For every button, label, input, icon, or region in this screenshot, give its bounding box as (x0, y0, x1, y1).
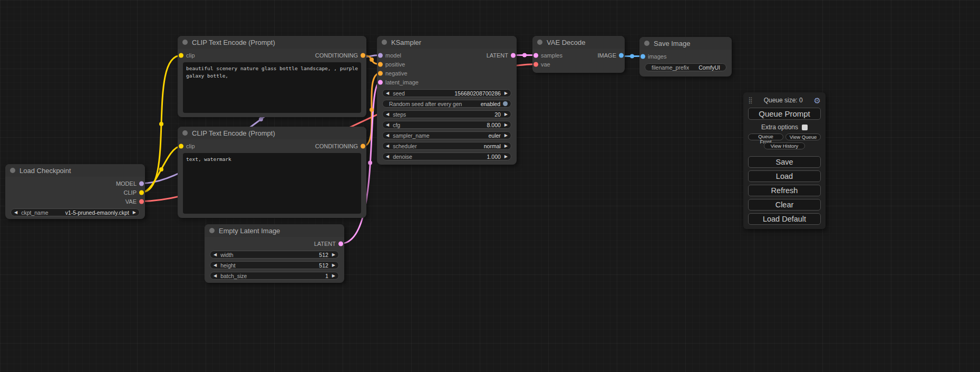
node-title: CLIP Text Encode (Prompt) (192, 39, 275, 46)
collapse-dot-icon[interactable] (537, 40, 542, 45)
widget-seed[interactable]: ◀ seed 156680208700286 ▶ (382, 89, 511, 97)
increment-arrow-icon[interactable]: ▶ (332, 274, 335, 278)
settings-gear-icon[interactable]: ⚙ (814, 97, 821, 104)
node-clip-text-encode-negative[interactable]: CLIP Text Encode (Prompt) clip CONDITION… (178, 127, 366, 218)
decrement-arrow-icon[interactable]: ◀ (386, 133, 389, 138)
vae-input-port-dot[interactable] (533, 62, 538, 66)
latent-output-port-dot[interactable] (338, 241, 343, 246)
increment-arrow-icon[interactable]: ▶ (504, 155, 508, 159)
collapse-dot-icon[interactable] (382, 40, 387, 45)
drag-handle-icon[interactable]: ⣿ (748, 97, 753, 104)
widget-steps[interactable]: ◀ steps 20 ▶ (382, 110, 511, 118)
load-button[interactable]: Load (748, 170, 821, 182)
toggle-indicator-icon[interactable] (503, 101, 508, 106)
node-title-bar[interactable]: Empty Latent Image (205, 224, 344, 237)
view-history-button[interactable]: View History (764, 142, 806, 149)
link-midpoint-model[interactable] (259, 117, 263, 121)
decrement-arrow-icon[interactable]: ◀ (386, 123, 389, 127)
queue-prompt-button[interactable]: Queue Prompt (748, 108, 821, 120)
node-clip-text-encode-positive[interactable]: CLIP Text Encode (Prompt) clip CONDITION… (178, 36, 366, 117)
node-empty-latent-image[interactable]: Empty Latent Image LATENT ◀ width 512 ▶ … (205, 224, 344, 283)
model-output-port-dot[interactable] (139, 181, 144, 186)
link-midpoint-clip-negative[interactable] (159, 167, 163, 171)
node-title-bar[interactable]: CLIP Text Encode (Prompt) (178, 36, 366, 49)
increment-arrow-icon[interactable]: ▶ (332, 253, 335, 257)
load-default-button[interactable]: Load Default (748, 213, 821, 225)
queue-front-button[interactable]: Queue Front (748, 133, 783, 140)
negative-input-port-dot[interactable] (378, 71, 383, 75)
collapse-dot-icon[interactable] (182, 40, 188, 45)
node-graph-canvas[interactable]: Load Checkpoint MODEL CLIP VAE ◀ ckpt_na… (0, 0, 980, 372)
latent-output-port-dot[interactable] (511, 53, 516, 58)
increment-arrow-icon[interactable]: ▶ (332, 263, 335, 268)
samples-input-port-dot[interactable] (533, 53, 538, 58)
increment-arrow-icon[interactable]: ▶ (504, 133, 508, 138)
widget-scheduler[interactable]: ◀ scheduler normal ▶ (382, 142, 511, 150)
node-load-checkpoint[interactable]: Load Checkpoint MODEL CLIP VAE ◀ ckpt_na… (5, 164, 145, 219)
link-midpoint-conditioning-negative[interactable] (370, 108, 374, 112)
node-title: Empty Latent Image (219, 227, 280, 235)
link-midpoint-conditioning-positive[interactable] (370, 58, 374, 62)
image-output-port-dot[interactable] (619, 53, 624, 58)
node-title-bar[interactable]: Save Image (639, 37, 732, 50)
link-midpoint-clip-positive[interactable] (159, 122, 163, 126)
negative-prompt-textarea[interactable]: text, watermark (183, 153, 361, 214)
decrement-arrow-icon[interactable]: ◀ (386, 112, 389, 117)
widget-ckpt-name[interactable]: ◀ ckpt_name v1-5-pruned-emaonly.ckpt ▶ (11, 208, 140, 216)
slot-row-model-latent: model LATENT (377, 51, 517, 60)
clip-input-port-dot[interactable] (179, 53, 183, 58)
increment-arrow-icon[interactable]: ▶ (504, 112, 508, 117)
positive-prompt-textarea[interactable]: beautiful scenery nature glass bottle la… (183, 62, 361, 113)
widget-width[interactable]: ◀ width 512 ▶ (210, 251, 339, 259)
decrement-arrow-icon[interactable]: ◀ (214, 263, 217, 268)
widget-denoise[interactable]: ◀ denoise 1.000 ▶ (382, 152, 511, 160)
link-midpoint-latent-samples[interactable] (522, 53, 527, 58)
clip-output-port-dot[interactable] (139, 190, 144, 195)
collapse-dot-icon[interactable] (644, 41, 649, 46)
input-slot-negative: negative (377, 69, 517, 78)
node-title-bar[interactable]: CLIP Text Encode (Prompt) (178, 127, 366, 139)
node-vae-decode[interactable]: VAE Decode samples IMAGE vae (532, 36, 625, 73)
decrement-arrow-icon[interactable]: ◀ (14, 211, 17, 215)
positive-input-port-dot[interactable] (378, 62, 383, 66)
link-midpoint-image[interactable] (630, 54, 634, 59)
widget-cfg[interactable]: ◀ cfg 8.000 ▶ (382, 121, 511, 129)
view-queue-button[interactable]: View Queue (785, 133, 821, 140)
extra-options-checkbox[interactable] (802, 125, 808, 130)
node-title-bar[interactable]: VAE Decode (532, 36, 625, 49)
node-title-bar[interactable]: KSampler (377, 36, 517, 49)
widget-height[interactable]: ◀ height 512 ▶ (210, 261, 339, 269)
refresh-button[interactable]: Refresh (748, 185, 821, 196)
widget-sampler-name[interactable]: ◀ sampler_name euler ▶ (382, 131, 511, 139)
latent-image-input-port-dot[interactable] (378, 80, 383, 84)
decrement-arrow-icon[interactable]: ◀ (386, 144, 389, 148)
input-slot-positive: positive (377, 60, 517, 69)
decrement-arrow-icon[interactable]: ◀ (214, 253, 217, 257)
model-input-port-dot[interactable] (378, 53, 383, 58)
conditioning-output-port-dot[interactable] (361, 144, 365, 149)
save-button[interactable]: Save (748, 156, 821, 168)
widget-filename-prefix[interactable]: filename_prefix ComfyUI (645, 63, 726, 71)
increment-arrow-icon[interactable]: ▶ (504, 123, 508, 127)
clip-input-port-dot[interactable] (179, 144, 183, 149)
collapse-dot-icon[interactable] (182, 130, 188, 136)
widget-batch-size[interactable]: ◀ batch_size 1 ▶ (210, 272, 339, 280)
collapse-dot-icon[interactable] (209, 228, 215, 233)
increment-arrow-icon[interactable]: ▶ (133, 211, 136, 215)
node-save-image[interactable]: Save Image images filename_prefix ComfyU… (639, 37, 732, 77)
collapse-dot-icon[interactable] (10, 168, 15, 173)
link-midpoint-latent-input[interactable] (368, 161, 372, 165)
vae-output-port-dot[interactable] (139, 199, 144, 204)
decrement-arrow-icon[interactable]: ◀ (214, 274, 217, 278)
node-ksampler[interactable]: KSampler model LATENT positive negative … (377, 36, 517, 165)
increment-arrow-icon[interactable]: ▶ (504, 91, 508, 96)
widget-random-seed-toggle[interactable]: Random seed after every gen enabled (382, 100, 511, 108)
decrement-arrow-icon[interactable]: ◀ (386, 155, 389, 159)
images-input-port-dot[interactable] (641, 54, 645, 59)
conditioning-output-port-dot[interactable] (361, 53, 365, 58)
node-title-bar[interactable]: Load Checkpoint (5, 164, 145, 177)
clear-button[interactable]: Clear (748, 199, 821, 211)
queue-panel-header: ⣿ Queue size: 0 ⚙ (748, 96, 821, 105)
decrement-arrow-icon[interactable]: ◀ (386, 91, 389, 96)
increment-arrow-icon[interactable]: ▶ (504, 144, 508, 148)
